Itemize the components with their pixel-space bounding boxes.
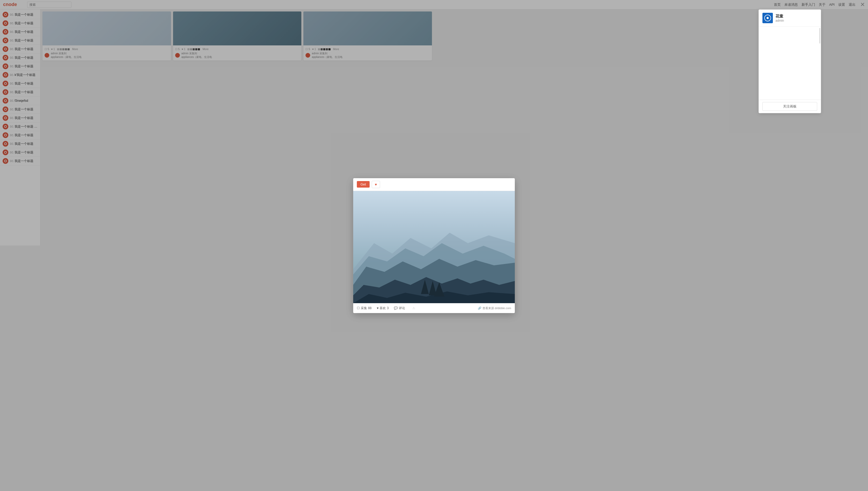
modal-overlay[interactable]: Get ♥ <box>0 0 434 246</box>
modal: Get ♥ <box>353 178 434 246</box>
modal-image <box>353 191 434 246</box>
svg-rect-36 <box>353 191 434 246</box>
like-button[interactable]: ♥ <box>372 181 380 188</box>
mountain-scene <box>353 191 434 246</box>
get-button[interactable]: Get <box>357 181 370 187</box>
modal-toolbar: Get ♥ <box>353 178 434 191</box>
